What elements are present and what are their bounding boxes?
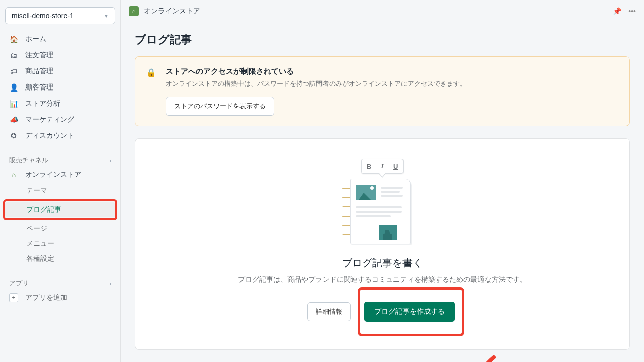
subnav-preferences[interactable]: 各種設定 bbox=[5, 251, 115, 266]
person-icon: 👤 bbox=[9, 83, 18, 92]
banner-desc: オンラインストアの構築中は、パスワードを持つ訪問者のみがオンラインストアにアクセ… bbox=[166, 79, 618, 88]
page-title: ブログ記事 bbox=[135, 32, 630, 47]
store-selector[interactable]: misell-demo-store-1 ▼ bbox=[5, 7, 115, 24]
subnav-blog-posts[interactable]: ブログ記事 bbox=[5, 202, 115, 217]
password-banner: 🔒 ストアへのアクセスが制限されている オンラインストアの構築中は、パスワードを… bbox=[135, 56, 630, 126]
subnav-themes[interactable]: テーマ bbox=[5, 183, 115, 198]
chevron-right-icon: › bbox=[109, 280, 111, 287]
breadcrumb: オンラインストア bbox=[144, 7, 200, 16]
nav-products[interactable]: 🏷商品管理 bbox=[5, 63, 115, 79]
empty-desc: ブログ記事は、商品やブランドに関連するコミュニティを構築するための最適な方法です… bbox=[238, 275, 527, 284]
banner-title: ストアへのアクセスが制限されている bbox=[166, 67, 618, 76]
nav-marketing[interactable]: 📣マーケティング bbox=[5, 112, 115, 128]
tag-icon: 🏷 bbox=[9, 67, 18, 75]
chevron-right-icon: › bbox=[109, 157, 111, 164]
more-icon[interactable]: ••• bbox=[628, 7, 636, 15]
analytics-icon: 📊 bbox=[9, 100, 18, 108]
annotation-highlight-create: ブログ記事を作成する bbox=[358, 287, 464, 336]
caret-down-icon: ▼ bbox=[104, 13, 109, 19]
add-app-button[interactable]: + アプリを追加 bbox=[5, 290, 115, 306]
home-icon: 🏠 bbox=[9, 35, 18, 43]
subnav-navigation[interactable]: メニュー bbox=[5, 236, 115, 251]
show-password-button[interactable]: ストアのパスワードを表示する bbox=[166, 97, 274, 116]
nav-discounts[interactable]: ✪ディスカウント bbox=[5, 128, 115, 144]
online-store-badge-icon: ⌂ bbox=[129, 6, 139, 16]
pin-icon[interactable]: 📌 bbox=[613, 7, 621, 15]
discount-icon: ✪ bbox=[9, 132, 18, 140]
annotation-highlight-blog: ブログ記事 bbox=[3, 199, 117, 220]
inbox-icon: 🗂 bbox=[9, 51, 18, 59]
nav-customers[interactable]: 👤顧客管理 bbox=[5, 79, 115, 96]
annotation-arrow bbox=[453, 355, 499, 362]
sales-channels-header[interactable]: 販売チャネル › bbox=[5, 154, 115, 167]
megaphone-icon: 📣 bbox=[9, 116, 18, 124]
subnav-pages[interactable]: ページ bbox=[5, 221, 115, 236]
empty-state-card: BIU ブログ記事を書く ブログ記事は、商品やブランドに関連するコミュニティを構… bbox=[135, 138, 630, 350]
store-name: misell-demo-store-1 bbox=[12, 12, 74, 20]
main-area: ⌂ オンラインストア 📌 ••• ブログ記事 🔒 ストアへのアクセスが制限されて… bbox=[121, 0, 644, 362]
sidebar: misell-demo-store-1 ▼ 🏠ホーム 🗂注文管理 🏷商品管理 👤… bbox=[0, 0, 121, 362]
apps-header[interactable]: アプリ › bbox=[5, 277, 115, 290]
plus-icon: + bbox=[9, 293, 18, 302]
nav-home[interactable]: 🏠ホーム bbox=[5, 31, 115, 47]
learn-more-button[interactable]: 詳細情報 bbox=[307, 302, 351, 321]
nav-orders[interactable]: 🗂注文管理 bbox=[5, 47, 115, 63]
nav-analytics[interactable]: 📊ストア分析 bbox=[5, 96, 115, 112]
lock-icon: 🔒 bbox=[146, 68, 156, 116]
topbar: ⌂ オンラインストア 📌 ••• bbox=[121, 0, 644, 22]
empty-title: ブログ記事を書く bbox=[342, 256, 423, 270]
nav-online-store[interactable]: ⌂ オンラインストア bbox=[5, 167, 115, 183]
blog-illustration: BIU bbox=[342, 159, 423, 244]
store-icon: ⌂ bbox=[9, 171, 18, 179]
create-blog-post-button[interactable]: ブログ記事を作成する bbox=[364, 302, 455, 322]
